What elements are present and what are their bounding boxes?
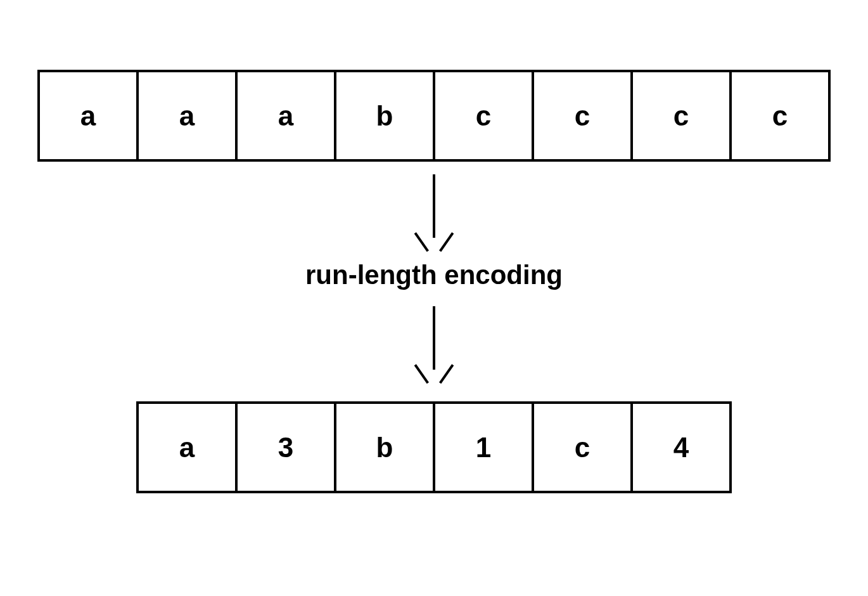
input-cell: c <box>433 70 534 162</box>
output-cell: b <box>334 401 435 493</box>
arrow-down-icon <box>415 306 453 389</box>
input-cell: c <box>729 70 831 162</box>
input-cell: c <box>532 70 633 162</box>
output-cell: 3 <box>235 401 336 493</box>
arrow-down-icon <box>415 174 453 257</box>
input-cell: b <box>334 70 435 162</box>
output-cell: a <box>136 401 238 493</box>
input-cell: a <box>235 70 336 162</box>
input-cell: c <box>630 70 732 162</box>
output-cell: 4 <box>630 401 732 493</box>
output-cell: 1 <box>433 401 534 493</box>
input-row: a a a b c c c c <box>37 70 831 162</box>
output-row: a 3 b 1 c 4 <box>136 401 732 493</box>
encoding-label: run-length encoding <box>305 260 563 290</box>
input-cell: a <box>136 70 238 162</box>
input-cell: a <box>37 70 139 162</box>
output-cell: c <box>532 401 633 493</box>
